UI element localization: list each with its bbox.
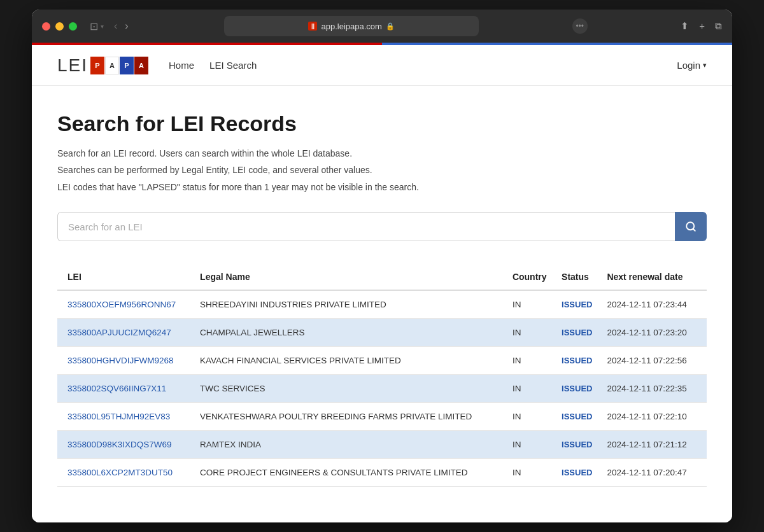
more-options-button[interactable]: ••• bbox=[572, 18, 588, 34]
cell-status: ISSUED bbox=[562, 290, 607, 319]
cell-renewal-date: 2024-12-11 07:21:12 bbox=[607, 431, 707, 459]
cell-legal-name: CORE PROJECT ENGINEERS & CONSULTANTS PRI… bbox=[200, 459, 513, 487]
forward-button[interactable]: › bbox=[122, 19, 131, 33]
browser-actions: ⬆ + ⧉ bbox=[681, 20, 722, 32]
page-desc-3: LEI codes that have "LAPSED" status for … bbox=[57, 180, 707, 194]
maximize-button[interactable] bbox=[69, 22, 77, 31]
cell-legal-name: CHAMPALAL JEWELLERS bbox=[200, 319, 513, 347]
new-tab-icon[interactable]: + bbox=[699, 20, 705, 32]
lei-link[interactable]: 335800HGHVDIJFWM9268 bbox=[67, 356, 174, 365]
nav-links: Home LEI Search bbox=[169, 60, 257, 71]
url-text: app.leipapa.com bbox=[321, 22, 381, 31]
share-icon[interactable]: ⬆ bbox=[681, 20, 689, 32]
favicon: || bbox=[308, 22, 317, 31]
logo: LEI P A P A bbox=[57, 55, 148, 76]
table-body: 335800XOEFM956RONN67 SHREEDAYINI INDUSTR… bbox=[57, 290, 707, 487]
lei-link[interactable]: 335800D98K3IXDQS7W69 bbox=[67, 440, 172, 449]
logo-box-p1: P bbox=[90, 57, 104, 74]
chevron-down-icon: ▾ bbox=[703, 61, 707, 69]
cell-country: IN bbox=[513, 290, 562, 319]
login-button[interactable]: Login ▾ bbox=[677, 60, 707, 71]
search-button[interactable] bbox=[675, 212, 707, 241]
col-header-legal-name: Legal Name bbox=[200, 264, 513, 290]
table-header: LEI Legal Name Country Status Next renew… bbox=[57, 264, 707, 290]
cell-status: ISSUED bbox=[562, 403, 607, 431]
cell-lei: 335800D98K3IXDQS7W69 bbox=[57, 431, 200, 459]
cell-lei: 335800L6XCP2MT3DUT50 bbox=[57, 459, 200, 487]
table-row[interactable]: 335800APJUUCIZMQ6247 CHAMPALAL JEWELLERS… bbox=[57, 319, 707, 347]
status-badge: ISSUED bbox=[562, 356, 592, 365]
back-button[interactable]: ‹ bbox=[111, 19, 120, 33]
cell-status: ISSUED bbox=[562, 431, 607, 459]
search-icon bbox=[685, 221, 697, 232]
address-bar[interactable]: || app.leipapa.com 🔒 bbox=[224, 16, 479, 36]
cell-renewal-date: 2024-12-11 07:22:35 bbox=[607, 375, 707, 403]
svg-line-1 bbox=[693, 229, 695, 231]
cell-renewal-date: 2024-12-11 07:23:44 bbox=[607, 290, 707, 319]
sidebar-toggle[interactable]: ⊡ ▾ bbox=[90, 20, 104, 32]
cell-legal-name: SHREEDAYINI INDUSTRIES PRIVATE LIMITED bbox=[200, 290, 513, 319]
cell-lei: 335800XOEFM956RONN67 bbox=[57, 290, 200, 319]
page-content: LEI P A P A Home LEI Search Login ▾ bbox=[32, 45, 732, 522]
status-badge: ISSUED bbox=[562, 328, 592, 337]
minimize-button[interactable] bbox=[55, 22, 64, 31]
cell-renewal-date: 2024-12-11 07:22:10 bbox=[607, 403, 707, 431]
cell-country: IN bbox=[513, 403, 562, 431]
page-title: Search for LEI Records bbox=[57, 111, 707, 136]
cell-legal-name: VENKATESHWARA POULTRY BREEDING FARMS PRI… bbox=[200, 403, 513, 431]
window-controls bbox=[42, 22, 77, 31]
status-badge: ISSUED bbox=[562, 468, 592, 477]
cell-country: IN bbox=[513, 431, 562, 459]
cell-country: IN bbox=[513, 319, 562, 347]
browser-window: ⊡ ▾ ‹ › || app.leipapa.com 🔒 ••• ⬆ + ⧉ L… bbox=[32, 10, 732, 522]
cell-renewal-date: 2024-12-11 07:23:20 bbox=[607, 319, 707, 347]
table-row[interactable]: 335800L95THJMH92EV83 VENKATESHWARA POULT… bbox=[57, 403, 707, 431]
logo-box-a2: A bbox=[134, 57, 148, 74]
lei-link[interactable]: 335800L6XCP2MT3DUT50 bbox=[67, 468, 173, 477]
nav-arrows: ‹ › bbox=[111, 19, 131, 33]
cell-renewal-date: 2024-12-11 07:22:56 bbox=[607, 347, 707, 375]
cell-country: IN bbox=[513, 347, 562, 375]
status-badge: ISSUED bbox=[562, 440, 592, 449]
search-container bbox=[57, 212, 707, 241]
cell-status: ISSUED bbox=[562, 459, 607, 487]
cell-legal-name: RAMTEX INDIA bbox=[200, 431, 513, 459]
col-header-country: Country bbox=[513, 264, 562, 290]
cell-country: IN bbox=[513, 459, 562, 487]
close-button[interactable] bbox=[42, 22, 50, 31]
cell-lei: 3358002SQV66IING7X11 bbox=[57, 375, 200, 403]
browser-titlebar: ⊡ ▾ ‹ › || app.leipapa.com 🔒 ••• ⬆ + ⧉ bbox=[32, 10, 732, 43]
cell-lei: 335800APJUUCIZMQ6247 bbox=[57, 319, 200, 347]
table-row[interactable]: 335800HGHVDIJFWM9268 KAVACH FINANCIAL SE… bbox=[57, 347, 707, 375]
lock-icon: 🔒 bbox=[386, 22, 395, 31]
logo-papa: P A P A bbox=[90, 57, 148, 74]
navbar: LEI P A P A Home LEI Search Login ▾ bbox=[32, 45, 732, 86]
nav-lei-search[interactable]: LEI Search bbox=[209, 60, 257, 71]
cell-status: ISSUED bbox=[562, 319, 607, 347]
page-desc-2: Searches can be performed by Legal Entit… bbox=[57, 163, 707, 177]
cell-country: IN bbox=[513, 375, 562, 403]
nav-right: Login ▾ bbox=[677, 60, 707, 71]
lei-link[interactable]: 335800APJUUCIZMQ6247 bbox=[67, 328, 171, 337]
lei-link[interactable]: 335800L95THJMH92EV83 bbox=[67, 412, 170, 421]
search-input[interactable] bbox=[57, 212, 675, 241]
cell-lei: 335800HGHVDIJFWM9268 bbox=[57, 347, 200, 375]
table-row[interactable]: 3358002SQV66IING7X11 TWC SERVICES IN ISS… bbox=[57, 375, 707, 403]
table-row[interactable]: 335800XOEFM956RONN67 SHREEDAYINI INDUSTR… bbox=[57, 290, 707, 319]
results-table: LEI Legal Name Country Status Next renew… bbox=[57, 264, 707, 487]
status-badge: ISSUED bbox=[562, 384, 592, 393]
logo-box-a1: A bbox=[105, 57, 119, 74]
logo-box-p2: P bbox=[120, 57, 134, 74]
table-row[interactable]: 335800D98K3IXDQS7W69 RAMTEX INDIA IN ISS… bbox=[57, 431, 707, 459]
nav-home[interactable]: Home bbox=[169, 60, 194, 71]
lei-link[interactable]: 3358002SQV66IING7X11 bbox=[67, 384, 166, 393]
cell-legal-name: TWC SERVICES bbox=[200, 375, 513, 403]
table-row[interactable]: 335800L6XCP2MT3DUT50 CORE PROJECT ENGINE… bbox=[57, 459, 707, 487]
cell-status: ISSUED bbox=[562, 347, 607, 375]
tabs-icon[interactable]: ⧉ bbox=[715, 20, 722, 32]
col-header-status: Status bbox=[562, 264, 607, 290]
col-header-lei: LEI bbox=[57, 264, 200, 290]
status-badge: ISSUED bbox=[562, 300, 592, 309]
cell-legal-name: KAVACH FINANCIAL SERVICES PRIVATE LIMITE… bbox=[200, 347, 513, 375]
lei-link[interactable]: 335800XOEFM956RONN67 bbox=[67, 300, 176, 309]
